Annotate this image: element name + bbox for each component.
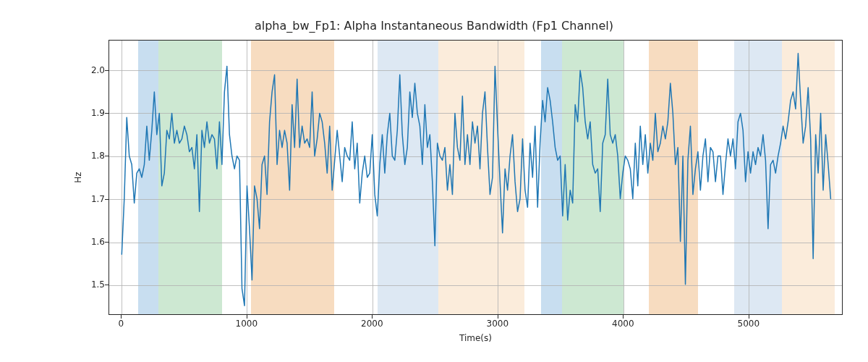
y-tick-label: 2.0 xyxy=(91,65,105,75)
x-tick-label: 2000 xyxy=(361,319,383,329)
x-tick-mark xyxy=(498,315,498,319)
x-tick-mark xyxy=(121,315,122,319)
y-tick-mark xyxy=(105,113,109,114)
y-tick-mark xyxy=(105,199,109,200)
y-tick-mark xyxy=(105,285,109,285)
y-tick-label: 1.7 xyxy=(91,194,105,204)
y-tick-mark xyxy=(105,242,109,243)
chart-title: alpha_bw_Fp1: Alpha Instantaneous Bandwi… xyxy=(0,19,868,33)
line-layer xyxy=(109,41,842,314)
y-tick-label: 1.5 xyxy=(91,279,105,290)
x-tick-label: 3000 xyxy=(487,319,509,329)
y-tick-label: 1.9 xyxy=(91,108,105,118)
x-tick-label: 4000 xyxy=(612,319,634,329)
plot-area xyxy=(109,40,843,315)
y-tick-label: 1.6 xyxy=(91,237,105,247)
y-tick-label: 1.8 xyxy=(91,151,105,161)
x-tick-label: 5000 xyxy=(738,319,760,329)
y-tick-mark xyxy=(105,70,109,71)
data-line xyxy=(122,54,830,306)
x-tick-mark xyxy=(749,315,749,319)
x-axis-label: Time(s) xyxy=(109,333,843,343)
x-tick-label: 0 xyxy=(119,319,124,329)
figure: alpha_bw_Fp1: Alpha Instantaneous Bandwi… xyxy=(0,0,868,362)
y-axis-label: Hz xyxy=(72,40,84,315)
x-tick-mark xyxy=(623,315,624,319)
x-tick-label: 1000 xyxy=(236,319,258,329)
y-tick-mark xyxy=(105,156,109,156)
x-tick-mark xyxy=(372,315,373,319)
x-tick-mark xyxy=(247,315,247,319)
